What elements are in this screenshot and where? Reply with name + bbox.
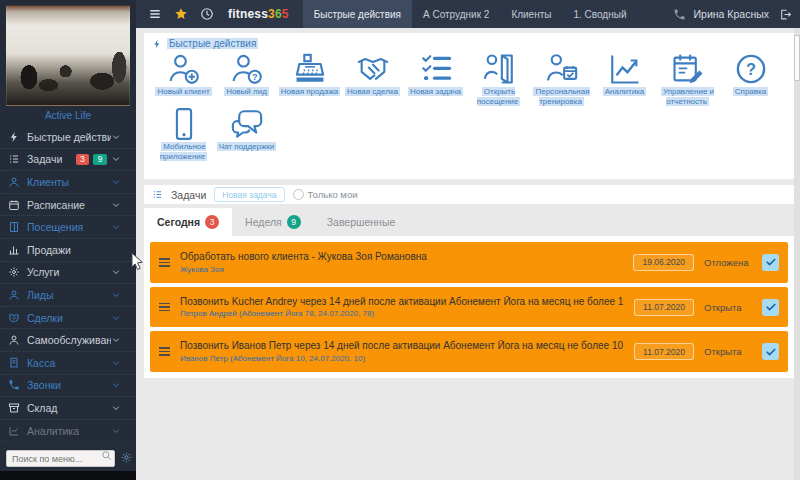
sidebar-item-label: Самообслуживание [27,334,111,346]
quick-action-new-task[interactable]: Новая задача [404,52,467,106]
quick-action-mobile-app[interactable]: Мобильное приложение [152,107,215,161]
quick-action-new-deal[interactable]: Новая сделка [341,52,404,106]
quick-action-support-chat[interactable]: Чат поддержки [215,107,278,161]
sidebar-item-label: Лиды [27,289,111,301]
task-text: Обработать нового клиента - Жукова Зоя Р… [180,251,623,274]
quick-action-new-client[interactable]: Новый клиент [152,52,215,106]
settings-gear-icon[interactable] [120,451,133,464]
tab-today[interactable]: Сегодня3 [144,208,232,236]
help-icon: ? [733,52,769,86]
sidebar-item[interactable]: Услуги [0,262,136,285]
quick-action-label: Управление и отчетность [661,87,714,106]
task-complete-checkbox[interactable] [762,254,779,271]
sidebar-item-label: Услуги [27,266,111,278]
tasks-icon [8,153,20,165]
quick-action-label: Новая сделка [345,87,400,96]
current-user-name[interactable]: Ирина Красных [694,8,769,20]
calendar-icon [8,199,20,211]
nav-item[interactable]: Клиенты [500,0,562,28]
only-mine-toggle[interactable]: Только мои [293,189,358,200]
tab-label: Неделя [245,216,282,228]
task-title: Позвонить Kucher Andrey через 14 дней по… [180,296,624,307]
drag-handle-icon[interactable] [159,347,170,356]
chevron-down-icon [111,335,121,345]
deals-icon [8,312,20,324]
chevron-down-icon [111,267,121,277]
svg-text:?: ? [251,72,257,82]
app-logo[interactable]: fitness365 [228,7,289,21]
task-due-date[interactable]: 11.07.2020 [634,343,694,360]
quick-actions-header: Быстрые действия [152,38,786,49]
quick-action-label: Новый клиент [155,87,211,96]
quick-action-new-lead[interactable]: ?Новый лид [215,52,278,106]
scrollbar-thumb[interactable] [794,35,800,81]
favorites-star-icon[interactable] [174,7,188,21]
sidebar-item[interactable]: Склад [0,397,136,420]
sidebar-item[interactable]: Расписание [0,194,136,217]
new-sale-icon [292,52,328,86]
selfservice-icon [8,334,20,346]
sidebar-item[interactable]: Касса [0,352,136,375]
quick-action-label: Новый лид [224,87,269,96]
check-icon [765,256,777,268]
chevron-down-icon [111,403,121,413]
drag-handle-icon[interactable] [159,258,170,267]
chevron-down-icon [111,177,121,187]
task-complete-checkbox[interactable] [762,343,779,360]
new-lead-icon: ? [229,52,265,86]
quick-action-label: Новая задача [408,87,463,96]
task-client-link[interactable]: Жукова Зоя [180,265,623,274]
nav-item[interactable]: Быстрые действия [303,0,412,28]
quick-action-help[interactable]: ?Справка [719,52,782,106]
task-row[interactable]: Позвонить Иванов Петр через 14 дней посл… [150,331,788,372]
task-status: Открыта [704,346,752,357]
hamburger-icon[interactable] [148,7,162,21]
task-row[interactable]: Обработать нового клиента - Жукова Зоя Р… [150,242,788,283]
chevron-down-icon [111,358,121,368]
nav-item[interactable]: А Сотрудник 2 [412,0,500,28]
chevron-down-icon [111,290,121,300]
cashbox-icon [8,357,20,369]
only-mine-radio[interactable] [293,189,304,200]
task-client-link[interactable]: Иванов Петр (Абонемент Йога 10, 24.07.20… [180,354,624,363]
quick-action-analytics-chart[interactable]: Аналитика [593,52,656,106]
sidebar-item[interactable]: Лиды [0,284,136,307]
tab-completed[interactable]: Завершенные [314,208,409,236]
sidebar-item[interactable]: Задачи39 [0,149,136,172]
quick-action-personal-training[interactable]: Персональная тренировка [530,52,593,106]
nav-item[interactable]: 1. Сводный [562,0,637,28]
quick-action-new-sale[interactable]: Новая продажа [278,52,341,106]
tasks-title: Задачи [171,189,206,201]
drag-handle-icon[interactable] [159,303,170,312]
sidebar-item[interactable]: Быстрые действия [0,126,136,149]
page-scrollbar[interactable] [794,28,800,480]
sidebar-item[interactable]: Аналитика [0,420,136,443]
tab-count-badge: 9 [287,215,301,229]
task-due-date[interactable]: 11.07.2020 [634,299,694,316]
sidebar-item[interactable]: Посещения [0,216,136,239]
quick-action-management[interactable]: Управление и отчетность [656,52,719,106]
new-task-button[interactable]: Новая задача [214,187,284,202]
tab-week[interactable]: Неделя9 [232,208,314,236]
task-complete-checkbox[interactable] [762,299,779,316]
task-client-link[interactable]: Петров Андрей (Абонемент Йога 78, 24.07.… [180,309,624,318]
phone-icon[interactable] [673,8,686,21]
services-icon [8,266,20,278]
sidebar-item[interactable]: Самообслуживание [0,329,136,352]
quick-action-label: Аналитика [603,87,647,96]
logo-text: fitness [228,7,268,21]
recent-clock-icon[interactable] [200,7,214,21]
search-icon [101,450,112,461]
sidebar-item[interactable]: Сделки [0,307,136,330]
sidebar-item-label: Продажи [27,244,128,256]
sidebar-item[interactable]: Продажи [0,239,136,262]
quick-action-open-visit[interactable]: Открыть посещение [467,52,530,106]
task-due-date[interactable]: 19.06.2020 [633,254,694,271]
logout-icon[interactable] [779,8,792,21]
sidebar-item[interactable]: Клиенты [0,171,136,194]
sidebar-item[interactable]: Звонки [0,375,136,398]
club-name[interactable]: Active Life [0,106,136,121]
menu-search-input[interactable] [6,450,115,467]
analytics-icon [8,425,20,437]
task-row[interactable]: Позвонить Kucher Andrey через 14 дней по… [150,287,788,328]
